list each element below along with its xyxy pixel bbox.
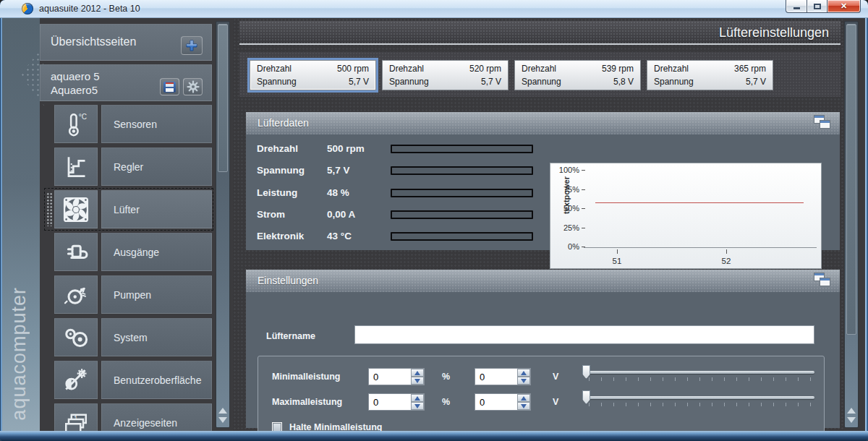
max-power-label: Maximalleistung	[272, 397, 342, 407]
card-volt-label: Spannung	[389, 77, 429, 87]
arrow-up-icon	[521, 371, 527, 375]
sidebar-item-label: System	[114, 332, 148, 343]
stepper-down-button[interactable]	[411, 377, 424, 385]
sidebar-item-regler[interactable]: Regler	[40, 147, 213, 186]
display-contrast-icon	[61, 366, 90, 395]
min-power-volt-input[interactable]	[475, 369, 517, 385]
settings-section: Einstellungen Lüftername Minimalleistung…	[246, 270, 840, 428]
scroll-up-icon[interactable]	[218, 408, 227, 414]
min-power-volt-stepper[interactable]	[475, 368, 531, 385]
max-power-percent-input[interactable]	[369, 394, 411, 410]
fan-card-2[interactable]: Drehzahl520 rpm Spannung5,7 V	[382, 60, 509, 90]
slider-track[interactable]	[583, 371, 814, 374]
cascade-windows-icon[interactable]	[814, 115, 833, 131]
arrow-down-icon	[521, 379, 527, 383]
sidebar-item-system[interactable]: System	[40, 318, 213, 356]
device-alias: Aquaero5	[51, 84, 98, 96]
fan-name-input[interactable]	[354, 325, 814, 344]
titlebar: aquasuite 2012 - Beta 10 ✕	[0, 0, 868, 18]
maximize-button[interactable]	[807, 0, 827, 13]
max-power-percent-stepper[interactable]	[368, 393, 425, 411]
min-power-percent-stepper[interactable]	[368, 368, 425, 385]
fd-label: Spannung	[257, 165, 305, 176]
sidebar-item-label: Benutzeroberfläche	[114, 374, 201, 386]
fan-card-3[interactable]: Drehzahl539 rpm Spannung5,8 V	[514, 60, 641, 90]
sidebar-item-label: Pumpen	[114, 289, 151, 301]
main-scrollbar[interactable]	[844, 21, 859, 428]
fan-card-4[interactable]: Drehzahl365 rpm Spannung5,7 V	[647, 60, 773, 90]
controller-curve-icon	[61, 153, 90, 181]
fd-bar	[391, 166, 533, 175]
sidebar-item-benutzeroberflaeche[interactable]: Benutzeroberfläche	[40, 361, 213, 399]
thermometer-icon: °C	[61, 110, 90, 139]
card-volt-value: 5,7 V	[746, 77, 766, 87]
scroll-down-icon[interactable]	[218, 417, 227, 423]
max-power-slider[interactable]	[583, 390, 814, 409]
fd-bar	[391, 145, 533, 153]
sidebar-item-luefter[interactable]: Lüfter	[40, 190, 213, 228]
min-power-label: Minimalleistung	[272, 372, 340, 382]
scroll-up-icon[interactable]	[847, 408, 856, 414]
stepper-down-button[interactable]	[411, 402, 424, 410]
add-overview-page-button[interactable]	[181, 36, 203, 55]
fan-card-1[interactable]: Drehzahl500 rpm Spannung5,7 V	[250, 60, 376, 90]
power-plug-icon	[61, 238, 90, 267]
sidebar-item-label: Regler	[114, 161, 143, 173]
card-volt-value: 5,7 V	[481, 77, 501, 87]
card-volt-label: Spannung	[654, 77, 694, 87]
min-power-percent-input[interactable]	[369, 369, 411, 385]
device-header[interactable]: aquaero 5 Aquaero5	[40, 64, 212, 101]
slider-track[interactable]	[583, 396, 814, 399]
chart-x-tick: 52	[722, 257, 731, 265]
overview-pages-header: Übersichtsseiten	[40, 24, 212, 61]
plus-icon	[184, 39, 199, 52]
sidebar-item-sensoren[interactable]: °C Sensoren	[40, 105, 213, 143]
sidebar-item-label: Ausgänge	[114, 247, 159, 258]
textpower-chart: textpower 100% 75% 50% 25% 0% 51 52	[550, 163, 822, 269]
card-rpm-value: 539 rpm	[602, 64, 634, 74]
fd-value: 0,00 A	[327, 209, 355, 220]
fd-value: 500 rpm	[327, 143, 365, 154]
volt-unit: V	[553, 372, 558, 382]
cascade-windows-icon[interactable]	[814, 273, 833, 288]
stepper-down-button[interactable]	[517, 402, 530, 410]
fd-value: 5,7 V	[327, 165, 350, 176]
sidebar-item-label: Sensoren	[114, 119, 157, 130]
device-settings-button[interactable]	[183, 78, 203, 95]
stepper-down-button[interactable]	[517, 377, 530, 385]
sidebar-scrollbar[interactable]	[216, 21, 230, 428]
maximize-icon	[814, 4, 821, 9]
save-device-button[interactable]	[160, 78, 179, 95]
settings-header: Einstellungen	[246, 270, 840, 292]
close-button[interactable]: ✕	[827, 0, 861, 13]
sidebar-menu: °C Sensoren Regler	[40, 105, 217, 431]
sidebar-scrollbar-thumb[interactable]	[218, 24, 228, 172]
fan-icon	[61, 194, 91, 225]
stepper-up-button[interactable]	[517, 369, 530, 377]
sidebar-item-label: Lüfter	[114, 204, 140, 215]
pump-icon	[61, 281, 90, 309]
power-limits-box: Minimalleistung % V	[258, 356, 825, 441]
scroll-down-icon[interactable]	[847, 417, 856, 423]
stepper-up-button[interactable]	[517, 394, 530, 402]
close-icon: ✕	[841, 2, 847, 10]
stepper-up-button[interactable]	[411, 394, 424, 402]
fd-label: Drehzahl	[257, 143, 298, 154]
fd-label: Elektronik	[257, 231, 304, 241]
max-power-volt-input[interactable]	[475, 394, 517, 410]
arrow-up-icon	[521, 396, 527, 401]
main-scrollbar-thumb[interactable]	[846, 24, 856, 335]
fd-label: Leistung	[257, 187, 297, 198]
stepper-up-button[interactable]	[411, 369, 424, 377]
min-power-slider[interactable]	[583, 365, 814, 384]
sidebar-item-pumpen[interactable]: Pumpen	[40, 275, 213, 314]
fan-data-title: Lüfterdaten	[258, 117, 309, 129]
overview-pages-label: Übersichtsseiten	[51, 35, 136, 48]
minimize-button[interactable]	[786, 0, 807, 13]
arrow-down-icon	[414, 404, 420, 408]
chart-series-line	[595, 202, 803, 203]
card-volt-label: Spannung	[257, 77, 297, 87]
max-power-volt-stepper[interactable]	[475, 393, 531, 411]
card-rpm-value: 365 rpm	[734, 64, 766, 74]
sidebar-item-ausgaenge[interactable]: Ausgänge	[40, 233, 213, 271]
